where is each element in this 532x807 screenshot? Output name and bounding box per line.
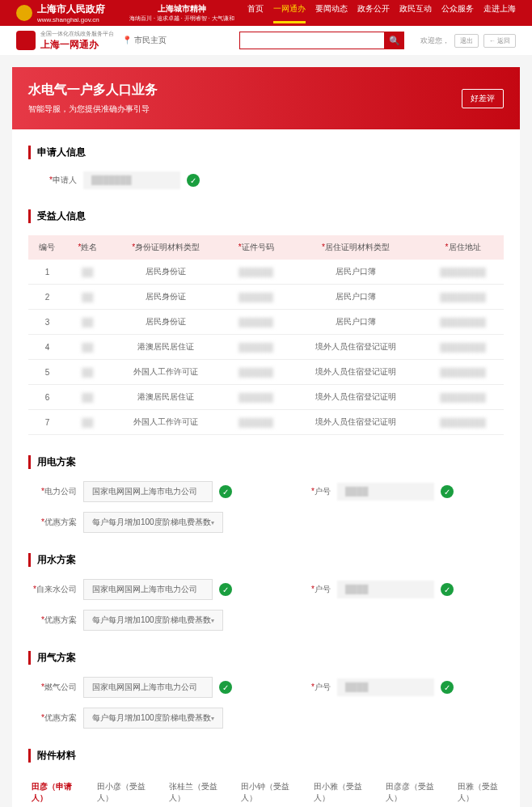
back-button[interactable]: ← 返回 xyxy=(483,34,516,48)
table-row: 5██外国人工作许可证██████境外人员住宿登记证明████████ xyxy=(28,360,504,385)
gas-account: ████ xyxy=(337,678,434,696)
portal-logo: 全国一体化在线政务服务平台 上海一网通办 xyxy=(16,30,114,52)
nav-service[interactable]: 公众服务 xyxy=(441,3,474,23)
page-subtitle: 智能导服，为您提供准确办事引导 xyxy=(28,104,158,115)
nav-interact[interactable]: 政民互动 xyxy=(399,3,432,23)
attachment-tabs: 田彦（申请人）田小彦（受益人）张桂兰（受益人）田小钟（受益人）田小雅（受益人）田… xyxy=(28,775,504,807)
check-icon: ✓ xyxy=(187,174,200,187)
tab-person[interactable]: 田雅（受益人） xyxy=(454,775,504,807)
applicant-section: 申请人信息 *申请人 ███████ ✓ xyxy=(28,146,504,189)
water-company-select[interactable]: 国家电网国网上海市电力公司 xyxy=(83,579,213,600)
water-plan-select[interactable]: 每户每月增加100度阶梯电费基数▾ xyxy=(83,610,223,631)
gov-header: 上海市人民政府 www.shanghai.gov.cn 上海城市精神 海纳百川 … xyxy=(0,0,532,26)
portal-header: 全国一体化在线政务服务平台 上海一网通办 📍 市民主页 🔍 欢迎您， 退出 ← … xyxy=(0,26,532,55)
check-icon: ✓ xyxy=(219,583,232,596)
electric-company-select[interactable]: 国家电网国网上海市电力公司 xyxy=(83,481,213,502)
check-icon: ✓ xyxy=(441,583,454,596)
chevron-down-icon: ▾ xyxy=(211,715,214,722)
nav-about[interactable]: 走进上海 xyxy=(483,3,516,23)
gov-name: 上海市人民政府 xyxy=(37,2,105,16)
nav-news[interactable]: 要闻动态 xyxy=(315,3,348,23)
gas-company-select[interactable]: 国家电网国网上海市电力公司 xyxy=(83,677,213,698)
tab-person[interactable]: 田彦（申请人） xyxy=(28,775,78,807)
gas-plan-select[interactable]: 每户每月增加100度阶梯电费基数▾ xyxy=(83,708,223,729)
search-box: 🔍 xyxy=(239,32,404,49)
main-content: 水电气一户多人口业务 智能导服，为您提供准确办事引导 好差评 申请人信息 *申请… xyxy=(12,67,520,807)
attachment-section: 附件材料 田彦（申请人）田小彦（受益人）张桂兰（受益人）田小钟（受益人）田小雅（… xyxy=(28,749,504,807)
rating-button[interactable]: 好差评 xyxy=(462,89,504,108)
tab-person[interactable]: 田小彦（受益人） xyxy=(94,775,150,807)
tab-person[interactable]: 田小雅（受益人） xyxy=(310,775,366,807)
search-input[interactable] xyxy=(239,32,385,49)
beneficiary-section: 受益人信息 编号 *姓名 *身份证明材料类型 *证件号码 *居住证明材料类型 *… xyxy=(28,209,504,435)
water-account: ████ xyxy=(337,581,434,598)
check-icon: ✓ xyxy=(219,485,232,498)
tab-person[interactable]: 田彦彦（受益人） xyxy=(382,775,438,807)
city-spirit: 上海城市精神 海纳百川 · 追求卓越 · 开明睿智 · 大气谦和 xyxy=(129,3,234,23)
gas-section: 用气方案 *燃气公司 国家电网国网上海市电力公司 ✓ *户号 ████ ✓ *优… xyxy=(28,651,504,729)
user-area: 欢迎您， 退出 ← 返回 xyxy=(420,34,516,48)
emblem-icon xyxy=(16,5,32,21)
gov-logo: 上海市人民政府 www.shanghai.gov.cn xyxy=(16,2,105,23)
water-section: 用水方案 *自来水公司 国家电网国网上海市电力公司 ✓ *户号 ████ ✓ *… xyxy=(28,553,504,631)
page-title: 水电气一户多人口业务 xyxy=(28,82,158,99)
beneficiary-table: 编号 *姓名 *身份证明材料类型 *证件号码 *居住证明材料类型 *居住地址 1… xyxy=(28,235,504,435)
check-icon: ✓ xyxy=(219,681,232,694)
location-indicator[interactable]: 📍 市民主页 xyxy=(122,35,167,46)
electric-plan-select[interactable]: 每户每月增加100度阶梯电费基数▾ xyxy=(83,512,223,533)
electric-account: ████ xyxy=(337,483,434,501)
table-row: 4██港澳居民居住证██████境外人员住宿登记证明████████ xyxy=(28,335,504,360)
top-nav: 首页 一网通办 要闻动态 政务公开 政民互动 公众服务 走进上海 xyxy=(247,3,516,23)
electric-section: 用电方案 *电力公司 国家电网国网上海市电力公司 ✓ *户号 ████ ✓ *优… xyxy=(28,455,504,533)
table-row: 2██居民身份证██████居民户口簿████████ xyxy=(28,285,504,310)
nav-oneportal[interactable]: 一网通办 xyxy=(273,3,306,23)
table-row: 6██港澳居民居住证██████境外人员住宿登记证明████████ xyxy=(28,385,504,410)
search-button[interactable]: 🔍 xyxy=(385,32,404,49)
chevron-down-icon: ▾ xyxy=(211,519,214,526)
check-icon: ✓ xyxy=(441,485,454,498)
tab-person[interactable]: 田小钟（受益人） xyxy=(238,775,293,807)
nav-home[interactable]: 首页 xyxy=(247,3,264,23)
table-row: 3██居民身份证██████居民户口簿████████ xyxy=(28,310,504,335)
tab-person[interactable]: 张桂兰（受益人） xyxy=(166,775,222,807)
gov-url: www.shanghai.gov.cn xyxy=(37,16,105,23)
check-icon: ✓ xyxy=(441,681,454,694)
table-row: 1██居民身份证██████居民户口簿████████ xyxy=(28,260,504,285)
logout-button[interactable]: 退出 xyxy=(454,34,479,48)
chevron-down-icon: ▾ xyxy=(211,617,214,624)
portal-icon xyxy=(16,31,36,50)
table-row: 7██外国人工作许可证██████境外人员住宿登记证明████████ xyxy=(28,410,504,435)
applicant-value: ███████ xyxy=(83,171,180,189)
page-title-bar: 水电气一户多人口业务 智能导服，为您提供准确办事引导 好差评 xyxy=(12,67,520,129)
nav-gov[interactable]: 政务公开 xyxy=(357,3,390,23)
